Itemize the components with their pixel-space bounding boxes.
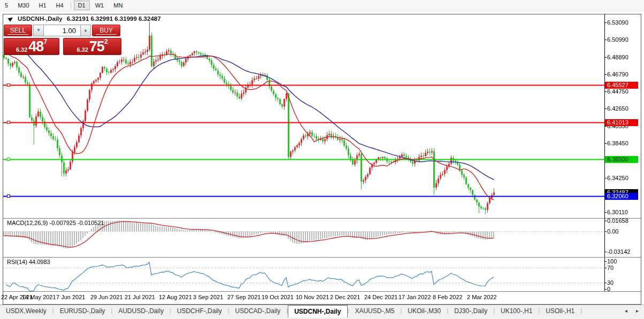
buy-price-prefix: 6.32 bbox=[76, 46, 88, 53]
date-axis-label: 24 Dec 2021 bbox=[364, 294, 397, 300]
buy-price-pips: 75 bbox=[89, 40, 104, 53]
timeframe-button-d1[interactable]: D1 bbox=[74, 1, 90, 10]
chart-tab-usdcnhdaily[interactable]: USDCNH-,Daily bbox=[288, 305, 347, 317]
date-axis-label: 10 Nov 2021 bbox=[296, 294, 329, 300]
volume-increase-button[interactable]: ▲ bbox=[80, 25, 91, 36]
tab-scroll-right-icon[interactable]: ▸ bbox=[636, 308, 639, 314]
timeframe-toolbar: 5M30H1H4D1W1MN bbox=[0, 0, 644, 11]
chart-tab-ukoilm30[interactable]: UKOil-,M30 bbox=[402, 306, 447, 317]
tab-scroll-left-icon[interactable]: ◂ bbox=[625, 308, 627, 314]
date-axis-label: 3 Sep 2021 bbox=[193, 294, 223, 300]
price-axis-tick: 6.50990 bbox=[607, 36, 628, 43]
rsi-indicator-label: RSI(14) 44.0983 bbox=[7, 259, 50, 265]
sell-price-point: 7 bbox=[43, 39, 47, 44]
price-axis-tick: 6.30110 bbox=[607, 209, 628, 215]
timeframe-button-h1[interactable]: H1 bbox=[35, 1, 51, 10]
timeframe-button-h4[interactable]: H4 bbox=[52, 1, 68, 10]
mt4-window: 5M30H1H4D1W1MN USDCNH-,Daily 6.32191 6.3… bbox=[0, 0, 644, 319]
price-line-badge: 6.32060 bbox=[605, 193, 638, 200]
spin-up-icon: ▲ bbox=[83, 28, 88, 33]
volume-decrease-button[interactable]: ▼ bbox=[33, 25, 44, 36]
buy-button[interactable]: BUY bbox=[92, 25, 120, 36]
macd-axis-tick: 0.00 bbox=[607, 228, 618, 235]
tab-separator: | bbox=[580, 307, 582, 314]
date-axis-label: 19 Oct 2021 bbox=[262, 294, 294, 300]
macd-axis-tick: -0.03142 bbox=[607, 248, 630, 255]
macd-axis-tick: 0.01658 bbox=[607, 217, 628, 224]
price-axis-tick: 6.42650 bbox=[607, 105, 628, 112]
macd-indicator-label: MACD(12,26,9) -0.007925 -0.010521 bbox=[7, 220, 104, 226]
price-axis-tick: 6.38450 bbox=[607, 140, 628, 146]
tab-scroll-buttons: ◂ ▸ bbox=[625, 308, 639, 314]
chart-tab-dj30daily[interactable]: DJ30-,Daily bbox=[448, 306, 493, 317]
price-axis-tick: 6.44750 bbox=[607, 88, 628, 95]
one-click-trading-panel: SELL ▼ ▲ BUY 6.32 48 7 6.32 75 2 bbox=[4, 25, 121, 55]
chart-tab-usdcaddaily[interactable]: USDCAD-,Daily bbox=[229, 306, 287, 317]
price-chart-canvas[interactable] bbox=[3, 14, 641, 305]
date-axis-label: 7 Jun 2021 bbox=[56, 294, 85, 300]
price-axis-tick: 6.46790 bbox=[607, 71, 628, 77]
date-axis-label: 21 Jul 2021 bbox=[125, 294, 155, 300]
date-axis-label: 27 Sep 2021 bbox=[227, 294, 260, 300]
rsi-axis-tick: 30 bbox=[607, 279, 614, 286]
buy-price-point: 2 bbox=[104, 39, 108, 44]
date-axis-label: 8 Feb 2022 bbox=[433, 294, 463, 300]
rsi-axis-tick: 100 bbox=[607, 258, 617, 264]
chart-tab-bar: USDX,Weekly|EURUSD-,Daily|AUDUSD-,Daily|… bbox=[0, 305, 644, 319]
timeframe-button-5[interactable]: 5 bbox=[1, 1, 12, 10]
date-axis-label: 14 May 2021 bbox=[22, 294, 56, 300]
price-line-badge: 6.45527 bbox=[605, 82, 638, 89]
timeframe-button-w1[interactable]: W1 bbox=[91, 1, 109, 10]
chart-tab-usdxweekly[interactable]: USDX,Weekly bbox=[0, 306, 52, 317]
buy-price-box[interactable]: 6.32 75 2 bbox=[63, 38, 121, 55]
chart-ohlc-values: 6.32191 6.32991 6.31999 6.32487 bbox=[67, 15, 161, 22]
price-axis-tick: 6.53090 bbox=[607, 19, 628, 26]
sell-button[interactable]: SELL bbox=[4, 25, 32, 36]
chart-tab-eurusddaily[interactable]: EURUSD-,Daily bbox=[54, 306, 111, 317]
sell-price-pips: 48 bbox=[28, 40, 43, 53]
volume-input[interactable] bbox=[44, 25, 80, 36]
rsi-axis-tick: 70 bbox=[607, 264, 614, 271]
chart-tab-uk100h1[interactable]: UK100-,H1 bbox=[495, 306, 538, 317]
chart-tab-xauusdm5[interactable]: XAUUSD-,M5 bbox=[349, 306, 400, 317]
toolbar-separator bbox=[71, 2, 71, 9]
timeframe-button-mn[interactable]: MN bbox=[109, 1, 127, 10]
chart-tab-usdchfdaily[interactable]: USDCHF-,Daily bbox=[171, 306, 228, 317]
sell-price-box[interactable]: 6.32 48 7 bbox=[4, 38, 59, 55]
chart-symbol-icon bbox=[8, 15, 14, 22]
sell-price-prefix: 6.32 bbox=[16, 46, 27, 53]
chart-tab-usoilh1[interactable]: USOil-,H1 bbox=[540, 306, 580, 317]
chart-ohlc-header: USDCNH-,Daily 6.32191 6.32991 6.31999 6.… bbox=[9, 15, 161, 22]
date-axis-label: 2 Mar 2022 bbox=[467, 294, 497, 300]
price-line-badge: 6.36500 bbox=[605, 156, 638, 163]
price-axis-tick: 6.34250 bbox=[607, 175, 628, 181]
date-axis-label: 29 Jun 2021 bbox=[90, 294, 123, 300]
date-axis-label: 17 Jan 2022 bbox=[398, 294, 431, 300]
rsi-axis-tick: 0 bbox=[607, 286, 610, 292]
date-axis-label: 12 Aug 2021 bbox=[159, 294, 192, 300]
timeframe-button-m30[interactable]: M30 bbox=[13, 1, 33, 10]
chart-window: USDCNH-,Daily 6.32191 6.32991 6.31999 6.… bbox=[3, 14, 641, 305]
price-axis-tick: 6.48890 bbox=[607, 54, 628, 60]
chart-symbol-period: USDCNH-,Daily bbox=[18, 15, 63, 22]
spin-down-icon: ▼ bbox=[36, 28, 41, 33]
date-axis-label: 2 Dec 2021 bbox=[330, 294, 360, 300]
chart-tab-audusddaily[interactable]: AUDUSD-,Daily bbox=[112, 306, 170, 317]
price-line-badge: 6.41013 bbox=[605, 119, 638, 126]
